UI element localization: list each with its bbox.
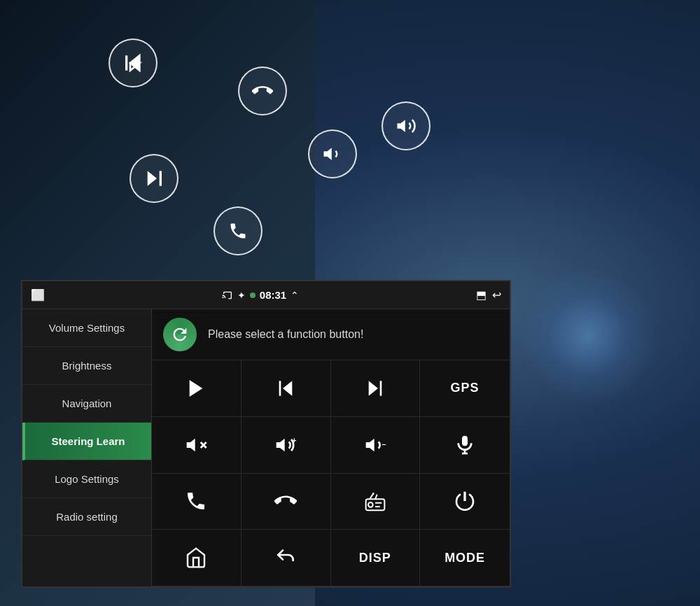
float-volume-down-icon bbox=[308, 129, 357, 178]
sidebar-item-brightness[interactable]: Brightness bbox=[22, 347, 151, 385]
mode-button[interactable]: MODE bbox=[420, 530, 510, 586]
sidebar-item-radio-setting[interactable]: Radio setting bbox=[22, 498, 151, 536]
phone-pickup-button[interactable] bbox=[241, 474, 331, 530]
phone-call-button[interactable] bbox=[152, 474, 241, 530]
power-button[interactable] bbox=[420, 474, 510, 530]
sidebar-item-steering-learn[interactable]: Steering Learn bbox=[22, 423, 151, 460]
status-bar-center: ✦ 08:31 ⌃ bbox=[45, 288, 476, 302]
home-rect-icon: ⬜ bbox=[31, 288, 45, 302]
svg-marker-17 bbox=[366, 438, 374, 451]
status-time: 08:31 bbox=[260, 289, 286, 301]
home-button[interactable] bbox=[152, 530, 241, 586]
svg-point-23 bbox=[368, 502, 373, 507]
svg-rect-19 bbox=[462, 435, 468, 446]
microphone-button[interactable] bbox=[420, 417, 510, 474]
window-icon[interactable]: ⬒ bbox=[476, 288, 486, 302]
sidebar-item-volume-settings[interactable]: Volume Settings bbox=[22, 309, 151, 347]
radio-button[interactable] bbox=[331, 474, 421, 530]
status-bar: ⬜ ✦ 08:31 ⌃ ⬒ ↩ bbox=[22, 281, 510, 309]
bluetooth-icon: ✦ bbox=[237, 290, 246, 301]
float-volume-up-icon bbox=[382, 101, 430, 150]
svg-text:−: − bbox=[382, 439, 386, 448]
right-panel: Please select a function button! bbox=[152, 309, 510, 586]
sidebar-item-logo-settings[interactable]: Logo Settings bbox=[22, 460, 151, 498]
status-bar-right: ⬒ ↩ bbox=[476, 288, 501, 302]
float-phone-call-icon bbox=[214, 206, 262, 255]
function-button-grid: GPS + bbox=[152, 360, 510, 586]
float-skip-forward-icon bbox=[130, 154, 178, 203]
mute-button[interactable] bbox=[152, 417, 241, 474]
header-instruction-text: Please select a function button! bbox=[208, 328, 363, 341]
svg-marker-15 bbox=[276, 438, 285, 451]
refresh-button[interactable] bbox=[163, 318, 197, 351]
next-track-button[interactable] bbox=[331, 360, 421, 417]
sidebar: Volume Settings Brightness Navigation St… bbox=[22, 309, 152, 586]
back-arrow-button[interactable] bbox=[241, 530, 331, 586]
prev-track-button[interactable] bbox=[241, 360, 331, 417]
disp-button[interactable]: DISP bbox=[331, 530, 421, 586]
floating-icons-container bbox=[0, 0, 700, 294]
svg-marker-12 bbox=[187, 438, 195, 451]
svg-marker-8 bbox=[283, 381, 292, 395]
volume-up-button[interactable]: + bbox=[241, 417, 331, 474]
main-ui-panel: ⬜ ✦ 08:31 ⌃ ⬒ ↩ Volume Settings Brigh bbox=[21, 280, 511, 588]
svg-text:+: + bbox=[292, 436, 296, 444]
header-row: Please select a function button! bbox=[152, 309, 510, 360]
svg-rect-11 bbox=[380, 381, 382, 395]
svg-marker-3 bbox=[398, 120, 405, 132]
status-bar-left: ⬜ bbox=[31, 288, 45, 302]
svg-marker-6 bbox=[324, 148, 332, 160]
dot-indicator bbox=[250, 293, 255, 298]
svg-point-26 bbox=[372, 493, 374, 495]
gps-button[interactable]: GPS bbox=[420, 360, 510, 417]
cast-icon bbox=[222, 288, 233, 302]
float-skip-back-icon bbox=[108, 38, 158, 87]
svg-marker-7 bbox=[190, 380, 203, 397]
svg-marker-4 bbox=[148, 171, 157, 185]
float-end-call-icon bbox=[238, 66, 287, 115]
main-content: Volume Settings Brightness Navigation St… bbox=[22, 309, 510, 586]
svg-marker-10 bbox=[369, 381, 378, 395]
chevron-up-icon: ⌃ bbox=[290, 290, 299, 301]
volume-down-button[interactable]: − bbox=[331, 417, 421, 474]
svg-rect-9 bbox=[279, 381, 281, 395]
play-button[interactable] bbox=[152, 360, 241, 417]
sidebar-item-navigation[interactable]: Navigation bbox=[22, 385, 151, 423]
back-nav-icon[interactable]: ↩ bbox=[492, 288, 501, 302]
